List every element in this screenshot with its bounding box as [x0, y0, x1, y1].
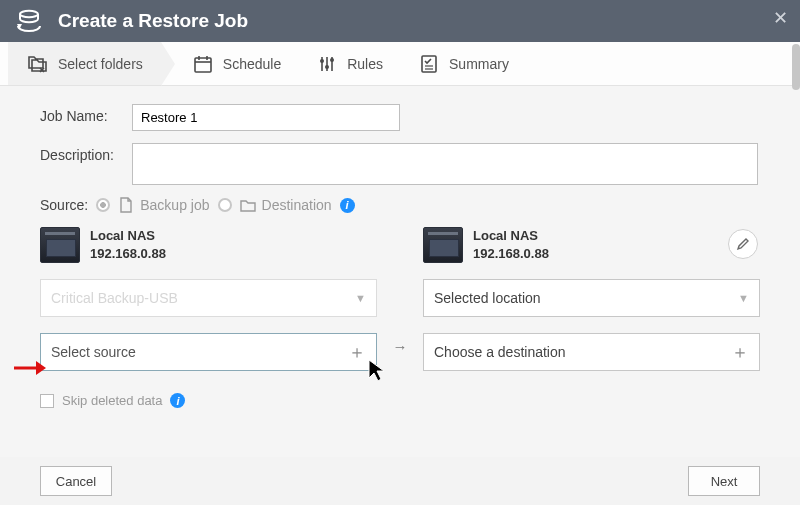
picker-text: Selected location: [434, 290, 541, 306]
wizard-steps: Select folders Schedule Rules Summary: [0, 42, 800, 86]
dialog-title: Create a Restore Job: [58, 10, 248, 32]
edit-destination-button[interactable]: [728, 229, 758, 259]
svg-point-7: [320, 59, 324, 63]
source-opt-destination[interactable]: Destination: [240, 197, 332, 213]
folders-icon: [26, 54, 48, 74]
restore-logo-icon: [14, 8, 44, 34]
svg-rect-2: [195, 58, 211, 72]
close-icon[interactable]: ✕: [773, 7, 788, 29]
picker-text: Critical Backup-USB: [51, 290, 178, 306]
destination-nas-name: Local NAS: [473, 227, 549, 245]
step-label: Summary: [449, 56, 509, 72]
nas-device-icon: [40, 227, 80, 263]
jobname-input[interactable]: [132, 104, 400, 131]
select-source-label: Select source: [51, 344, 136, 360]
source-label: Source:: [40, 197, 88, 213]
source-column: Local NAS 192.168.0.88 Critical Backup-U…: [40, 227, 377, 408]
description-label: Description:: [40, 143, 132, 163]
sliders-icon: [317, 54, 337, 74]
source-opt-backup[interactable]: Backup job: [118, 197, 209, 213]
step-schedule[interactable]: Schedule: [175, 42, 299, 85]
summary-icon: [419, 54, 439, 74]
dialog-footer: Cancel Next: [0, 457, 800, 505]
nas-device-icon: [423, 227, 463, 263]
destination-nas-ip: 192.168.0.88: [473, 245, 549, 263]
direction-arrow-icon: →: [383, 285, 417, 408]
description-input[interactable]: [132, 143, 758, 185]
destination-column: Local NAS 192.168.0.88 Selected location…: [423, 227, 760, 408]
info-icon[interactable]: i: [340, 198, 355, 213]
source-nas: Local NAS 192.168.0.88: [40, 227, 377, 263]
calendar-icon: [193, 54, 213, 74]
step-summary[interactable]: Summary: [401, 42, 527, 85]
svg-point-9: [325, 65, 329, 69]
skip-deleted-row[interactable]: Skip deleted data i: [40, 393, 377, 408]
chevron-down-icon: ▼: [355, 292, 366, 304]
skip-deleted-label: Skip deleted data: [62, 393, 162, 408]
file-icon: [118, 197, 134, 213]
pencil-icon: [736, 237, 750, 251]
radio-destination[interactable]: [218, 198, 232, 212]
jobname-label: Job Name:: [40, 104, 132, 124]
step-label: Rules: [347, 56, 383, 72]
scrollbar[interactable]: [792, 44, 800, 90]
step-label: Schedule: [223, 56, 281, 72]
plus-icon: ＋: [731, 340, 749, 364]
step-label: Select folders: [58, 56, 143, 72]
svg-point-0: [20, 11, 38, 17]
dialog-header: Create a Restore Job ✕: [0, 0, 800, 42]
form-body: Job Name: Description: Source: Backup jo…: [0, 86, 800, 418]
choose-destination-button[interactable]: Choose a destination ＋: [423, 333, 760, 371]
step-rules[interactable]: Rules: [299, 42, 401, 85]
choose-destination-label: Choose a destination: [434, 344, 566, 360]
cancel-button[interactable]: Cancel: [40, 466, 112, 496]
source-backup-picker[interactable]: Critical Backup-USB ▼: [40, 279, 377, 317]
source-nas-name: Local NAS: [90, 227, 166, 245]
plus-icon: ＋: [348, 340, 366, 364]
select-source-button[interactable]: Select source ＋: [40, 333, 377, 371]
destination-nas: Local NAS 192.168.0.88: [423, 227, 760, 263]
step-select-folders[interactable]: Select folders: [8, 42, 161, 85]
folder-icon: [240, 198, 256, 212]
svg-point-11: [330, 58, 334, 62]
next-button[interactable]: Next: [688, 466, 760, 496]
radio-backup-job[interactable]: [96, 198, 110, 212]
source-row: Source: Backup job Destination i: [40, 197, 760, 213]
source-nas-ip: 192.168.0.88: [90, 245, 166, 263]
destination-location-picker[interactable]: Selected location ▼: [423, 279, 760, 317]
checkbox-icon[interactable]: [40, 394, 54, 408]
info-icon[interactable]: i: [170, 393, 185, 408]
chevron-down-icon: ▼: [738, 292, 749, 304]
